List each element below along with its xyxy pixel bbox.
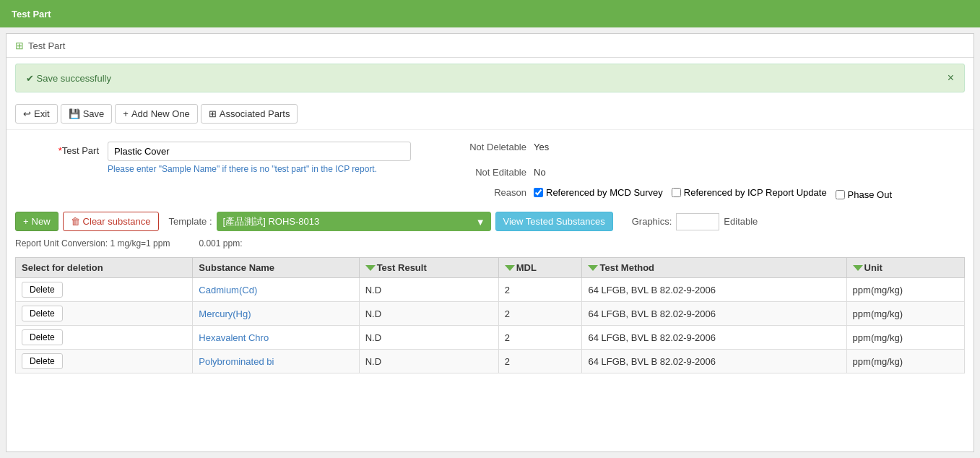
substance-link[interactable]: Mercury(Hg) <box>199 308 251 319</box>
delete-button[interactable]: Delete <box>22 282 63 298</box>
substance-link[interactable]: Hexavalent Chro <box>199 332 269 343</box>
trash-icon: 🗑 <box>71 216 80 227</box>
substance-link[interactable]: Cadmium(Cd) <box>199 285 257 295</box>
triangle-icon3 <box>588 265 598 271</box>
reason-checkboxes: Referenced by MCD Survey Referenced by I… <box>534 185 892 200</box>
checkbox-icp: Referenced by ICP Report Update <box>672 187 827 198</box>
cell-method: 64 LFGB, BVL B 82.02-9-2006 <box>582 302 846 326</box>
plus-icon: + <box>123 108 129 119</box>
not-editable-label: Not Editable <box>440 167 526 178</box>
save-label: Save <box>83 108 105 119</box>
editable-label: Editable <box>724 216 758 227</box>
template-label: Template : <box>169 216 212 227</box>
cell-delete: Delete <box>16 350 193 373</box>
checkbox-mcd-label: Referenced by MCD Survey <box>546 187 663 198</box>
exit-button[interactable]: ↩ Exit <box>15 104 58 124</box>
delete-button[interactable]: Delete <box>22 329 63 345</box>
test-part-row: *Test Part Please enter "Sample Name" if… <box>21 142 411 174</box>
table-wrapper: Select for deletion Substance Name Test … <box>15 257 965 373</box>
cell-method: 64 LFGB, BVL B 82.02-9-2006 <box>582 326 846 350</box>
main-container: ⊞ Test Part ✔ Save successfully × ↩ Exit… <box>6 33 974 452</box>
save-button[interactable]: 💾 Save <box>61 104 113 124</box>
cell-unit: ppm(mg/kg) <box>846 326 964 350</box>
col-header-method: Test Method <box>582 258 846 278</box>
delete-button[interactable]: Delete <box>22 353 63 369</box>
reason-row: Reason Referenced by MCD Survey Referenc… <box>440 185 892 200</box>
cell-method: 64 LFGB, BVL B 82.02-9-2006 <box>582 278 846 302</box>
associated-parts-button[interactable]: ⊞ Associated Parts <box>201 104 298 124</box>
cell-method: 64 LFGB, BVL B 82.02-9-2006 <box>582 350 846 373</box>
checkbox-mcd-input[interactable] <box>534 188 543 197</box>
checkbox-icp-label: Referenced by ICP Report Update <box>684 187 827 198</box>
cell-substance: Cadmium(Cd) <box>193 278 359 302</box>
cell-substance: Polybrominated bi <box>193 350 359 373</box>
col-header-deletion: Select for deletion <box>16 258 193 278</box>
save-icon: 💾 <box>69 108 80 119</box>
table-row: Delete Hexavalent Chro N.D 2 64 LFGB, BV… <box>16 326 965 350</box>
checkbox-phase-out-label: Phase Out <box>848 189 892 200</box>
checkbox-mcd: Referenced by MCD Survey <box>534 187 663 198</box>
col-header-unit: Unit <box>846 258 964 278</box>
triangle-icon4 <box>853 265 863 271</box>
cell-mdl: 2 <box>498 350 582 373</box>
left-form: *Test Part Please enter "Sample Name" if… <box>21 142 411 200</box>
delete-button[interactable]: Delete <box>22 306 63 321</box>
cell-result: N.D <box>359 278 498 302</box>
cell-delete: Delete <box>16 302 193 326</box>
banner-close-button[interactable]: × <box>948 72 954 85</box>
cell-substance: Hexavalent Chro <box>193 326 359 350</box>
clear-substance-button[interactable]: 🗑 Clear substance <box>63 212 159 231</box>
test-part-input[interactable] <box>108 142 411 161</box>
not-deletable-label: Not Deletable <box>440 142 526 152</box>
exit-label: Exit <box>34 108 50 119</box>
test-part-input-wrapper: Please enter "Sample Name" if there is n… <box>108 142 411 174</box>
success-banner: ✔ Save successfully × <box>15 64 965 92</box>
triangle-icon2 <box>505 265 515 271</box>
template-select[interactable]: --- [產品測試] ROHS2.0+追責 [產品測試] ROHS-8013 [… <box>217 212 491 231</box>
table-row: Delete Cadmium(Cd) N.D 2 64 LFGB, BVL B … <box>16 278 965 302</box>
cell-substance: Mercury(Hg) <box>193 302 359 326</box>
add-new-label: Add New One <box>131 108 190 119</box>
checkbox-icp-input[interactable] <box>672 188 681 197</box>
not-editable-row: Not Editable No <box>440 167 892 178</box>
exit-icon: ↩ <box>23 108 31 119</box>
not-editable-value: No <box>534 167 546 178</box>
cell-unit: ppm(mg/kg) <box>846 302 964 326</box>
graphics-box <box>676 213 719 230</box>
toolbar: ↩ Exit 💾 Save + Add New One ⊞ Associated… <box>6 98 974 130</box>
cell-mdl: 2 <box>498 326 582 350</box>
new-label: New <box>32 216 51 227</box>
not-deletable-value: Yes <box>534 142 549 152</box>
checkbox-phase-out: Phase Out <box>836 189 892 200</box>
app-title: Test Part <box>12 9 51 20</box>
table-toolbar: + New 🗑 Clear substance Template : --- [… <box>15 212 965 231</box>
right-form: Not Deletable Yes Not Editable No Reason… <box>440 142 892 200</box>
test-part-label: *Test Part <box>21 142 108 156</box>
substance-link[interactable]: Polybrominated bi <box>199 356 274 367</box>
clear-substance-label: Clear substance <box>83 216 151 227</box>
form-section: *Test Part Please enter "Sample Name" if… <box>6 130 974 200</box>
cell-result: N.D <box>359 326 498 350</box>
conversion-note: Report Unit Conversion: 1 mg/kg=1 ppm <box>15 236 170 253</box>
table-row: Delete Polybrominated bi N.D 2 64 LFGB, … <box>16 350 965 373</box>
col-header-mdl: MDL <box>498 258 582 278</box>
cell-delete: Delete <box>16 326 193 350</box>
new-button[interactable]: + New <box>15 212 58 231</box>
cell-unit: ppm(mg/kg) <box>846 278 964 302</box>
data-table: Select for deletion Substance Name Test … <box>15 257 965 373</box>
view-tested-button[interactable]: View Tested Substances <box>495 212 613 231</box>
breadcrumb-label: Test Part <box>28 40 65 51</box>
checkbox-phase-out-input[interactable] <box>836 190 845 199</box>
cell-mdl: 2 <box>498 278 582 302</box>
cell-result: N.D <box>359 302 498 326</box>
grid-icon: ⊞ <box>15 40 24 51</box>
not-deletable-row: Not Deletable Yes <box>440 142 892 152</box>
plus-icon: + <box>23 216 29 227</box>
success-message: ✔ Save successfully <box>26 73 111 84</box>
associated-parts-label: Associated Parts <box>220 108 290 119</box>
col-header-substance: Substance Name <box>193 258 359 278</box>
triangle-icon <box>365 265 376 271</box>
cell-delete: Delete <box>16 278 193 302</box>
title-bar: Test Part <box>0 0 980 27</box>
add-new-button[interactable]: + Add New One <box>115 104 198 124</box>
